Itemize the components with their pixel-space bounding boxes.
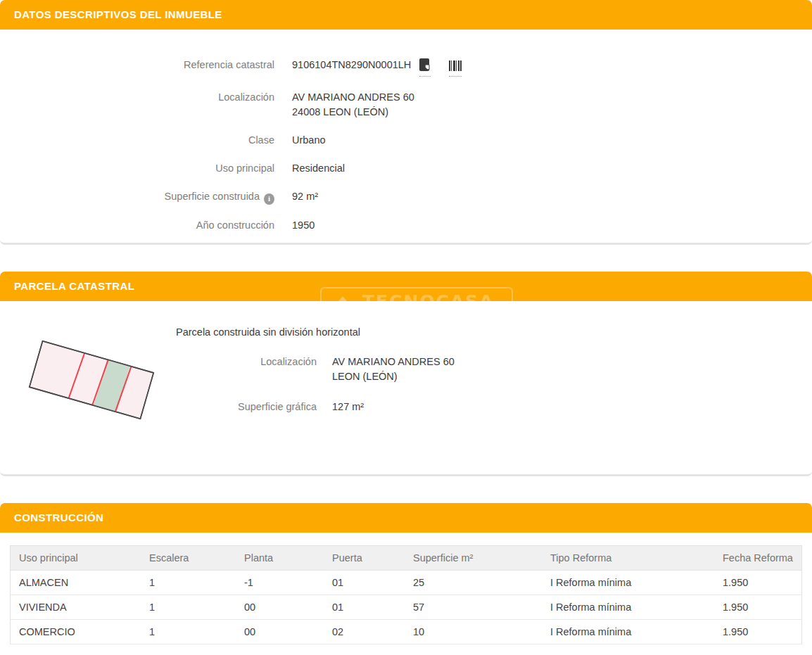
cell-planta: 00	[237, 620, 325, 644]
cell-superficie: 25	[406, 571, 543, 595]
parcel-sketch	[25, 333, 158, 428]
col-header-superficie: Superficie m²	[406, 546, 543, 571]
section-header-construccion: CONSTRUCCIÓN	[0, 503, 812, 533]
table-row: COMERCIO 1 00 02 10 I Reforma mínima 1.9…	[11, 620, 802, 644]
cell-superficie: 10	[406, 620, 543, 644]
parcela-subtitle: Parcela construida sin división horizont…	[176, 326, 455, 338]
table-row: VIVIENDA 1 00 01 57 I Reforma mínima 1.9…	[11, 595, 802, 620]
section-parcela-body: Parcela construida sin división horizont…	[0, 301, 812, 474]
cell-escalera: 1	[142, 595, 237, 620]
row-superficie-construida: Superficie construidai 92 m²	[0, 189, 812, 205]
section-datos-descriptivos: DATOS DESCRIPTIVOS DEL INMUEBLE Referenc…	[0, 0, 812, 245]
col-header-puerta: Puerta	[325, 546, 406, 571]
section-title: DATOS DESCRIPTIVOS DEL INMUEBLE	[14, 8, 222, 20]
field-label: Localización	[0, 90, 274, 105]
cell-fecha: 1.950	[716, 571, 802, 595]
section-title: CONSTRUCCIÓN	[14, 511, 103, 523]
construccion-table: Uso principal Escalera Planta Puerta Sup…	[10, 545, 802, 644]
section-construccion: CONSTRUCCIÓN Uso principal Escalera Plan…	[0, 503, 812, 655]
row-clase: Clase Urbano	[0, 133, 812, 148]
cell-escalera: 1	[142, 620, 237, 644]
section-construccion-body: Uso principal Escalera Planta Puerta Sup…	[0, 533, 812, 655]
field-value: Urbano	[292, 133, 326, 148]
localizacion-line2: 24008 LEON (LEÓN)	[292, 105, 414, 120]
cell-fecha: 1.950	[716, 595, 802, 620]
col-header-tipo: Tipo Reforma	[543, 546, 716, 571]
cell-escalera: 1	[142, 571, 237, 595]
field-label: Superficie gráfica	[176, 400, 317, 414]
cell-superficie: 57	[406, 595, 543, 620]
referencia-catastral-value: 9106104TN8290N0001LH	[292, 59, 411, 70]
parcela-localizacion-line1: AV MARIANO ANDRES 60	[332, 355, 455, 369]
cell-puerta: 01	[325, 595, 406, 620]
section-datos-body: Referencia catastral 9106104TN8290N0001L…	[0, 30, 812, 243]
info-icon[interactable]: i	[264, 193, 274, 205]
field-label: Año construcción	[0, 218, 274, 233]
superficie-label-text: Superficie construida	[165, 191, 260, 202]
cell-uso: ALMACEN	[11, 571, 143, 595]
col-header-uso: Uso principal	[11, 546, 143, 571]
row-parcela-localizacion: Localización AV MARIANO ANDRES 60 LEON (…	[176, 355, 455, 384]
localizacion-line1: AV MARIANO ANDRES 60	[292, 90, 414, 105]
field-label: Referencia catastral	[0, 58, 274, 72]
col-header-fecha: Fecha Reforma	[716, 546, 802, 571]
parcela-localizacion-line2: LEON (LEÓN)	[332, 369, 455, 384]
field-label: Superficie construidai	[0, 189, 274, 205]
col-header-escalera: Escalera	[142, 546, 237, 571]
section-title: PARCELA CATASTRAL	[14, 280, 134, 292]
row-referencia-catastral: Referencia catastral 9106104TN8290N0001L…	[0, 58, 812, 77]
cell-tipo: I Reforma mínima	[543, 571, 716, 595]
table-header-row: Uso principal Escalera Planta Puerta Sup…	[11, 546, 802, 571]
field-label: Localización	[176, 355, 317, 384]
section-header-parcela: PARCELA CATASTRAL TECNOCASA	[0, 272, 812, 301]
section-parcela-catastral: PARCELA CATASTRAL TECNOCASA Parcela cons…	[0, 272, 812, 476]
cell-fecha: 1.950	[716, 620, 802, 644]
table-row: ALMACEN 1 -1 01 25 I Reforma mínima 1.95…	[11, 571, 802, 595]
barcode-icon[interactable]	[449, 61, 462, 77]
cell-tipo: I Reforma mínima	[543, 620, 716, 644]
copy-document-icon[interactable]	[419, 58, 431, 77]
field-value: AV MARIANO ANDRES 60 24008 LEON (LEÓN)	[292, 90, 414, 120]
section-header-datos: DATOS DESCRIPTIVOS DEL INMUEBLE	[0, 0, 812, 30]
field-value: 92 m²	[292, 189, 318, 204]
cell-planta: -1	[237, 571, 325, 595]
row-localizacion: Localización AV MARIANO ANDRES 60 24008 …	[0, 90, 812, 120]
row-uso-principal: Uso principal Residencial	[0, 161, 812, 176]
row-anio-construccion: Año construcción 1950	[0, 218, 812, 233]
field-label: Uso principal	[0, 161, 274, 176]
cell-puerta: 01	[325, 571, 406, 595]
cell-planta: 00	[237, 595, 325, 620]
cell-uso: VIVIENDA	[11, 595, 143, 620]
cell-tipo: I Reforma mínima	[543, 595, 716, 620]
col-header-planta: Planta	[237, 546, 325, 571]
field-value: AV MARIANO ANDRES 60 LEON (LEÓN)	[332, 355, 455, 384]
field-value: 127 m²	[332, 400, 364, 414]
row-superficie-grafica: Superficie gráfica 127 m²	[176, 400, 455, 414]
field-value: 9106104TN8290N0001LH	[292, 58, 462, 77]
cell-puerta: 02	[325, 620, 406, 644]
cell-uso: COMERCIO	[11, 620, 143, 644]
field-value: Residencial	[292, 161, 345, 176]
parcela-content: Parcela construida sin división horizont…	[176, 322, 455, 414]
field-value: 1950	[292, 218, 315, 233]
field-label: Clase	[0, 133, 274, 148]
